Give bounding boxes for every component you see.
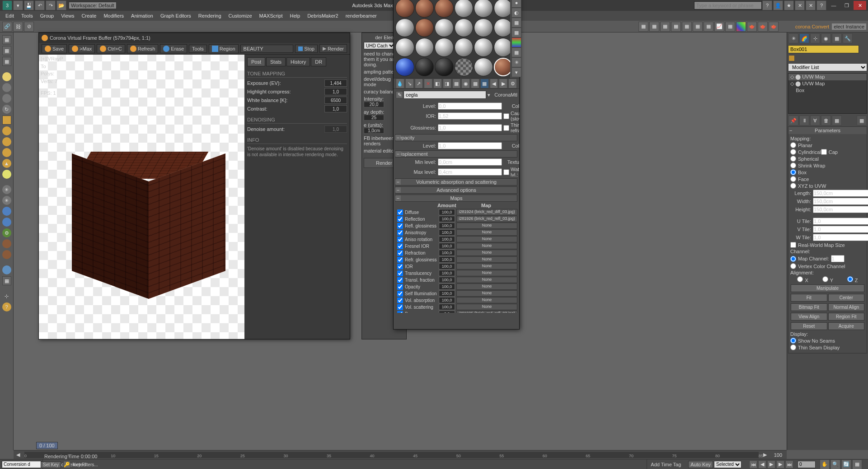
- thinseam-radio[interactable]: [790, 344, 796, 350]
- object-name[interactable]: [788, 45, 859, 53]
- cmd-motion-icon[interactable]: ◉: [821, 33, 831, 43]
- me-slot[interactable]: [415, 38, 434, 57]
- me-tb-nav2[interactable]: ▶: [499, 79, 507, 88]
- nav-max-icon[interactable]: ▦: [852, 460, 862, 469]
- me-side-icon[interactable]: ✳: [511, 57, 521, 67]
- align-icon[interactable]: ▦: [693, 22, 703, 32]
- map-enable-check[interactable]: [397, 297, 403, 303]
- me-slot[interactable]: [494, 19, 513, 37]
- me-slot[interactable]: [415, 19, 434, 37]
- lt-grass[interactable]: ⚙: [2, 228, 11, 237]
- mateditor-icon[interactable]: [736, 22, 746, 32]
- vol-rollout[interactable]: Volumetric absorption and scattering: [395, 178, 517, 186]
- axis-z[interactable]: [847, 276, 853, 282]
- me-slot[interactable]: [435, 0, 454, 18]
- rs-raydepth[interactable]: [364, 115, 384, 121]
- lt-brown2[interactable]: [2, 250, 11, 259]
- me-slot[interactable]: [435, 38, 454, 57]
- render-frame-icon[interactable]: 🫖: [758, 22, 768, 32]
- me-slot[interactable]: [494, 0, 513, 18]
- map-amount[interactable]: [439, 229, 455, 236]
- lt-s2[interactable]: [2, 218, 11, 227]
- mapping-radio[interactable]: [790, 183, 796, 189]
- vfb-stop[interactable]: Stop: [295, 45, 318, 53]
- mapping-radio[interactable]: [790, 163, 796, 168]
- contrast-input[interactable]: [324, 105, 347, 112]
- map-slot-button[interactable]: None: [456, 256, 517, 263]
- me-side-icon[interactable]: ▾: [511, 67, 521, 77]
- map-slot-button[interactable]: i281926 (brick_red_refl_03.jpg): [456, 216, 517, 222]
- lt-light[interactable]: [2, 72, 11, 81]
- select-link-icon[interactable]: 🔗: [2, 22, 12, 32]
- mirror-icon[interactable]: ▦: [682, 22, 692, 32]
- me-slot[interactable]: [455, 38, 474, 57]
- vfb-render[interactable]: ▶Render: [319, 44, 347, 53]
- mapping-radio[interactable]: [790, 149, 796, 155]
- me-tb-put[interactable]: ↘: [405, 79, 414, 88]
- me-tb-get[interactable]: 💧: [396, 79, 404, 88]
- mapping-radio[interactable]: [790, 176, 796, 182]
- lt-help[interactable]: ?: [2, 302, 11, 311]
- keymode-select[interactable]: Selected: [714, 461, 741, 468]
- lt-sphere3[interactable]: [2, 126, 11, 135]
- render-icon[interactable]: 🫖: [769, 22, 779, 32]
- play-icon[interactable]: ▶: [767, 460, 775, 469]
- me-slot[interactable]: [474, 0, 493, 18]
- me-side-icon[interactable]: ▦: [511, 18, 521, 28]
- cmd-display-icon[interactable]: ▦: [832, 33, 842, 43]
- map-enable-check[interactable]: [397, 264, 403, 269]
- map-slot-button[interactable]: None: [456, 243, 517, 249]
- map-enable-check[interactable]: [397, 230, 403, 236]
- menu-group[interactable]: Group: [37, 12, 58, 19]
- regionfit-btn[interactable]: Region Fit: [828, 313, 865, 320]
- mapping-radio[interactable]: [790, 142, 796, 148]
- map-enable-check[interactable]: [397, 311, 403, 313]
- vfb-beauty[interactable]: BEAUTY: [240, 45, 294, 53]
- me-slot[interactable]: [435, 19, 454, 37]
- time-left-icon[interactable]: ◀: [14, 452, 23, 458]
- map-enable-check[interactable]: [397, 270, 403, 276]
- menu-rendering[interactable]: Rendering: [195, 12, 225, 19]
- map-slot-button[interactable]: None: [456, 229, 517, 236]
- fit-btn[interactable]: Fit: [791, 294, 827, 302]
- wb-input[interactable]: [324, 97, 347, 104]
- vfb-tab-dr[interactable]: DR: [311, 57, 326, 66]
- me-side-icon[interactable]: ●: [511, 0, 521, 8]
- lt-snap3[interactable]: ▦: [2, 57, 11, 66]
- me-slot[interactable]: [474, 38, 493, 57]
- realworld-check[interactable]: [790, 242, 796, 248]
- map-enable-check[interactable]: [397, 257, 403, 263]
- me-side-icon[interactable]: ▦: [511, 47, 521, 57]
- map-enable-check[interactable]: [397, 250, 403, 256]
- modifier-stack[interactable]: ◇ ⬤ UVW Map ◇ ⬤ UVW Map Box: [788, 73, 867, 114]
- vertexch-radio[interactable]: [790, 263, 796, 269]
- thin-check[interactable]: [503, 125, 509, 131]
- manipulate-btn[interactable]: Manipulate: [791, 284, 864, 292]
- lt-snap2[interactable]: ▦: [2, 46, 11, 55]
- disp-hdr[interactable]: Displacement: [395, 150, 517, 158]
- vfb-refresh[interactable]: Refresh: [127, 44, 159, 53]
- me-tb-opts[interactable]: ⚙: [508, 79, 517, 88]
- lt-sphere4[interactable]: [2, 170, 11, 179]
- tb-icon[interactable]: ▦: [671, 22, 681, 32]
- vfb-region[interactable]: Region: [209, 44, 239, 53]
- me-side-icon[interactable]: ◐: [511, 8, 521, 18]
- instance-dropdown[interactable]: elect Instance: [832, 23, 866, 30]
- frame-position[interactable]: 0 / 100: [36, 442, 58, 449]
- goto-start-icon[interactable]: ⏮: [749, 460, 757, 469]
- me-slot[interactable]: [415, 0, 434, 18]
- me-slot[interactable]: [474, 19, 493, 37]
- me-side-icon[interactable]: ▦: [511, 28, 521, 37]
- mapch-input[interactable]: [831, 255, 845, 262]
- mapping-radio[interactable]: [790, 156, 796, 162]
- opacity-hdr[interactable]: Opacity: [395, 134, 517, 141]
- stack-item[interactable]: Box: [788, 87, 867, 93]
- map-slot-button[interactable]: None: [456, 263, 517, 269]
- map-amount[interactable]: [439, 304, 455, 310]
- me-slot[interactable]: [395, 58, 414, 77]
- schematic-icon[interactable]: ▦: [725, 22, 735, 32]
- pin-icon[interactable]: 📌: [788, 116, 798, 125]
- cmd-hierarchy-icon[interactable]: ⊹: [810, 33, 820, 43]
- wtile-input[interactable]: [813, 234, 868, 241]
- app-icon[interactable]: 3: [2, 0, 12, 10]
